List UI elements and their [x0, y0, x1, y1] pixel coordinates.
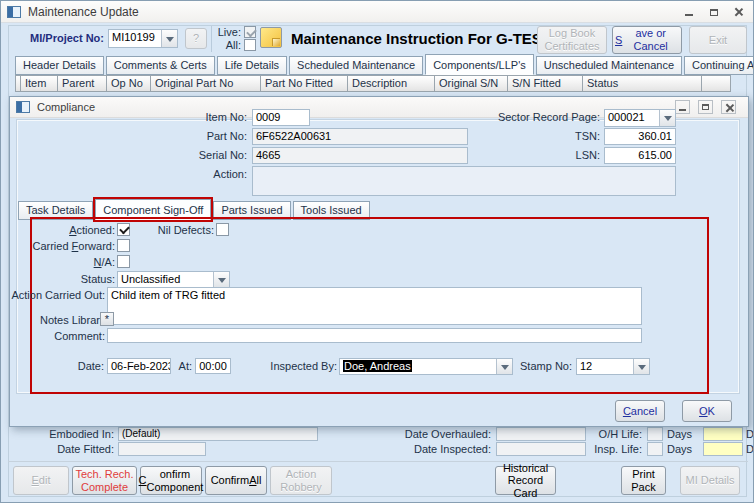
action-field[interactable]	[252, 166, 676, 196]
minimize-icon[interactable]	[680, 5, 697, 19]
serial-no-label: Serial No:	[160, 149, 247, 161]
maintenance-update-window: Maintenance Update MI/Project No: MI1019…	[0, 0, 754, 503]
dialog-tab[interactable]: Component Sign-Off	[95, 199, 211, 220]
exit-button[interactable]: Exit	[689, 26, 747, 54]
action-carried-out-label: Action Carried Out:	[10, 289, 105, 301]
dialog-maximize-icon[interactable]	[698, 100, 713, 114]
notes-library-label: Notes Library	[40, 314, 98, 326]
cancel-button[interactable]: Cancel	[615, 400, 665, 422]
print-pack-button[interactable]: Print Pack	[621, 466, 666, 495]
mi-project-label: MI/Project No:	[11, 32, 104, 44]
oh-days-label-2: Days	[746, 428, 754, 440]
components-grid-header: ItemParentOp NoOriginal Part NoPart No F…	[15, 75, 731, 92]
help-button[interactable]: ?	[185, 28, 207, 49]
notes-library-button[interactable]: *	[100, 312, 114, 326]
actioned-label: Actioned:	[35, 224, 115, 236]
tsn-field[interactable]: 360.01	[604, 128, 676, 145]
action-carried-out-textarea[interactable]: Child item of TRG fitted	[107, 287, 642, 325]
column-header[interactable]: Original S/N	[434, 75, 508, 92]
dialog-tab[interactable]: Tools Issued	[293, 201, 370, 220]
mi-details-button[interactable]: MI Details	[680, 466, 740, 495]
sector-record-page-combobox[interactable]: 000021	[604, 109, 676, 127]
confirm-all-button[interactable]: Confirm All	[205, 466, 267, 495]
lsn-field[interactable]: 615.00	[604, 147, 676, 164]
date-field[interactable]: 06-Feb-2023	[107, 358, 171, 374]
all-checkbox[interactable]	[244, 39, 256, 51]
column-header[interactable]: S/N Fitted	[507, 75, 583, 92]
date-overhauled-label: Date Overhauled:	[391, 428, 491, 440]
live-checkbox[interactable]	[244, 26, 256, 38]
serial-no-field[interactable]: 4665	[252, 147, 468, 164]
dialog-tab[interactable]: Task Details	[18, 201, 93, 220]
column-header[interactable]	[701, 75, 731, 92]
main-tab[interactable]: Continuing Airworthiness Requirements	[684, 56, 754, 75]
close-icon[interactable]	[730, 5, 747, 19]
status-value: Unclassified	[121, 273, 180, 285]
column-header[interactable]: Original Part No	[150, 75, 261, 92]
dialog-close-icon[interactable]	[721, 100, 736, 114]
nil-defects-checkbox[interactable]	[216, 223, 229, 236]
comment-label: Comment:	[35, 330, 105, 342]
oh-life-label: O/H Life:	[584, 428, 642, 440]
chevron-down-icon[interactable]	[659, 110, 675, 126]
insp-life-field[interactable]	[647, 442, 663, 456]
compliance-dialog: Compliance Item No: 0009 Sector Record P…	[9, 96, 749, 427]
action-robbery-button[interactable]: Action Robbery	[270, 466, 332, 495]
status-label: Status:	[35, 273, 115, 285]
column-header[interactable]: Item	[20, 75, 58, 92]
oh-life-field[interactable]	[647, 427, 663, 441]
carried-forward-checkbox[interactable]	[117, 239, 130, 252]
oh-life-yellow-field[interactable]	[703, 427, 743, 441]
notes-icon[interactable]	[260, 27, 282, 48]
main-tab[interactable]: Comments & Certs	[106, 56, 215, 75]
column-header[interactable]: Part No Fitted	[260, 75, 348, 92]
embodied-in-field[interactable]: (Default)	[118, 427, 318, 441]
main-tab[interactable]: Scheduled Maintenance	[289, 56, 423, 75]
comment-input[interactable]	[107, 328, 642, 343]
insp-life-yellow-field[interactable]	[703, 442, 743, 456]
date-fitted-field[interactable]	[118, 442, 206, 456]
dialog-tab[interactable]: Parts Issued	[213, 201, 290, 220]
stamp-no-combobox[interactable]: 12	[576, 358, 650, 375]
date-inspected-field[interactable]	[496, 442, 586, 456]
toolbar-separator	[211, 26, 212, 52]
embodied-in-label: Embodied In:	[34, 428, 114, 440]
tech-rech-complete-button[interactable]: Tech. Rech. Complete	[72, 466, 137, 495]
dialog-minimize-icon[interactable]	[675, 100, 690, 114]
edit-button[interactable]: Edit	[13, 466, 69, 495]
at-label: At:	[176, 360, 192, 372]
part-no-field[interactable]: 6F6522A00631	[252, 128, 468, 145]
time-field[interactable]: 00:00	[195, 358, 231, 374]
main-tab[interactable]: Header Details	[15, 56, 104, 75]
historical-record-card-button[interactable]: Historical Record Card	[495, 466, 556, 495]
date-label: Date:	[70, 360, 104, 372]
window-titlebar: Maintenance Update	[1, 1, 753, 23]
item-no-field[interactable]: 0009	[252, 109, 310, 126]
column-header[interactable]: Parent	[57, 75, 107, 92]
maximize-icon[interactable]	[705, 5, 722, 19]
date-overhauled-field[interactable]	[496, 427, 586, 441]
save-or-cancel-button[interactable]: Save or Cancel	[612, 26, 682, 54]
column-header[interactable]: Status	[582, 75, 702, 92]
insp-days-label: Days	[667, 443, 695, 455]
confirm-component-button[interactable]: Confirm Component	[140, 466, 202, 495]
chevron-down-icon[interactable]	[213, 272, 229, 287]
main-tab[interactable]: Components/LLP's	[425, 54, 534, 75]
actioned-checkbox[interactable]	[117, 223, 130, 236]
column-header[interactable]: Op No	[106, 75, 151, 92]
main-tab[interactable]: Life Details	[217, 56, 287, 75]
column-header[interactable]: Description	[347, 75, 435, 92]
page-title: Maintenance Instruction For G-TEST	[291, 30, 531, 47]
mi-project-combobox[interactable]: MI10199	[108, 29, 178, 48]
chevron-down-icon[interactable]	[161, 30, 177, 47]
na-checkbox[interactable]	[117, 255, 130, 268]
part-no-label: Part No:	[160, 130, 247, 142]
chevron-down-icon[interactable]	[633, 359, 649, 374]
dialog-title: Compliance	[37, 101, 95, 113]
ok-button[interactable]: OK	[682, 400, 732, 422]
status-combobox[interactable]: Unclassified	[117, 271, 230, 288]
window-title: Maintenance Update	[28, 5, 139, 19]
log-book-certificates-button[interactable]: Log Book Certificates	[537, 26, 607, 54]
main-tab[interactable]: Unscheduled Maintenance	[536, 56, 682, 75]
inspected-by-combobox[interactable]: Doe, Andreas	[339, 358, 513, 375]
